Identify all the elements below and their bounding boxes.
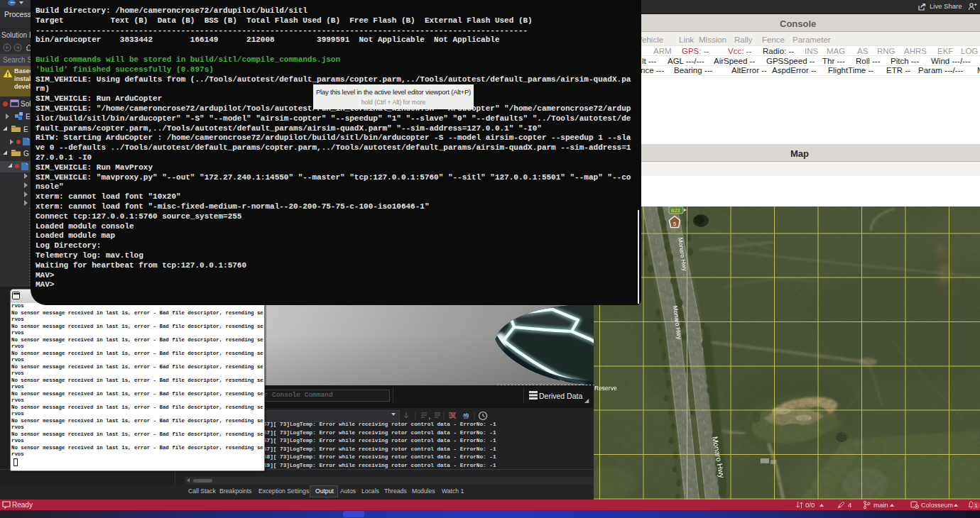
svg-text:5: 5 <box>673 221 676 227</box>
svg-text:B23: B23 <box>671 208 680 213</box>
svg-text:Reserve: Reserve <box>594 385 617 392</box>
